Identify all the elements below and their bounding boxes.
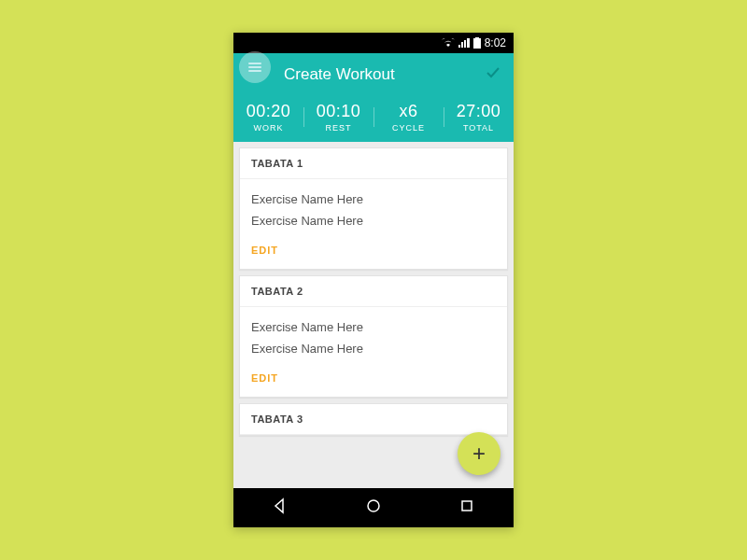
page-title: Create Workout: [284, 65, 395, 84]
recent-icon: [458, 497, 475, 514]
card-title: TABATA 1: [240, 148, 507, 179]
battery-icon: [473, 37, 481, 49]
signal-icon: [458, 38, 470, 48]
svg-point-0: [368, 500, 379, 511]
stat-rest[interactable]: 00:10 REST: [303, 102, 374, 133]
confirm-button[interactable]: [486, 65, 504, 85]
edit-button[interactable]: EDIT: [251, 372, 278, 384]
exercise-item: Exercise Name Here: [251, 316, 496, 338]
status-bar: 8:02: [233, 33, 514, 53]
card-title: TABATA 3: [240, 404, 507, 435]
status-time: 8:02: [485, 36, 506, 49]
content-area: TABATA 1 Exercise Name Here Exercise Nam…: [233, 142, 514, 488]
exercise-item: Exercise Name Here: [251, 210, 496, 231]
home-icon: [365, 497, 382, 514]
card-title: TABATA 2: [240, 276, 507, 307]
nav-home[interactable]: [365, 497, 382, 518]
nav-recent[interactable]: [458, 497, 475, 518]
stats-row: 00:20 WORK 00:10 REST x6 CYCLE 27:00 TOT…: [233, 96, 514, 142]
exercise-item: Exercise Name Here: [251, 338, 496, 359]
edit-button[interactable]: EDIT: [251, 245, 278, 256]
nav-back[interactable]: [272, 497, 289, 518]
add-button[interactable]: +: [458, 432, 500, 475]
app-bar: Create Workout: [233, 53, 514, 96]
stat-work[interactable]: 00:20 WORK: [233, 102, 303, 133]
stat-total[interactable]: 27:00 TOTAL: [444, 102, 514, 133]
exercise-item: Exercise Name Here: [251, 189, 496, 210]
check-icon: [486, 65, 500, 80]
plus-icon: +: [472, 441, 486, 467]
back-icon: [272, 497, 289, 514]
tabata-card: TABATA 1 Exercise Name Here Exercise Nam…: [239, 147, 508, 270]
stat-cycle[interactable]: x6 CYCLE: [374, 102, 444, 133]
svg-rect-1: [462, 501, 472, 511]
wifi-icon: [442, 38, 455, 48]
menu-button[interactable]: [239, 51, 271, 83]
hamburger-icon: [248, 63, 261, 72]
phone-frame: 8:02 Create Workout 00:20 WORK 00:10 RES…: [233, 33, 514, 527]
android-nav-bar: [233, 488, 514, 527]
tabata-card: TABATA 3: [239, 403, 508, 436]
tabata-card: TABATA 2 Exercise Name Here Exercise Nam…: [239, 275, 508, 398]
